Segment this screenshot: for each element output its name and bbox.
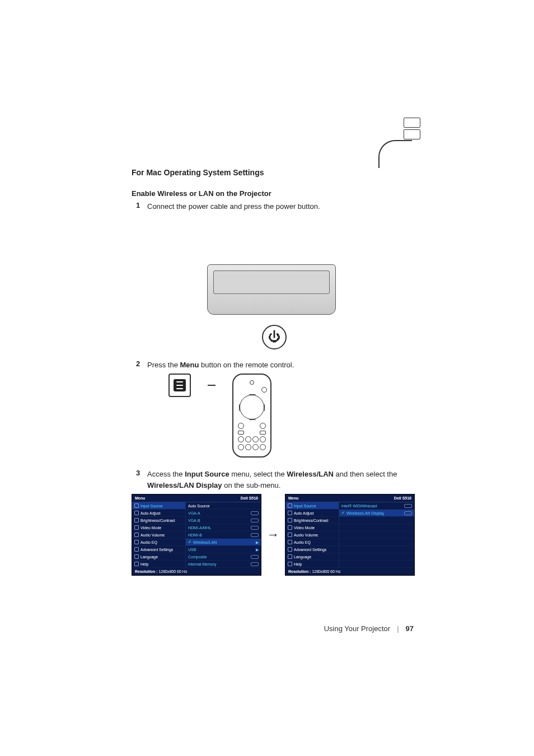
eq-icon (134, 540, 139, 544)
projector-connection-illustration: ⏻ (132, 217, 417, 349)
source-item-empty (339, 546, 414, 553)
menu-item: Brightness/Contrast (132, 517, 185, 524)
check-icon: ✓ (188, 540, 191, 544)
source-item-empty (339, 561, 414, 568)
source-item: USB▶ (186, 546, 261, 553)
page-number: 97 (406, 624, 414, 633)
remote-icon (232, 374, 271, 458)
source-item-selected: ✓Wireless/LAN Display (339, 510, 414, 517)
connector-icon (404, 118, 423, 141)
vga-icon (251, 519, 259, 522)
osd-screenshots: Menu Dell S510 Input Source Auto Adjust … (132, 494, 417, 576)
separator-icon: | (397, 624, 399, 633)
step-3: 3 Access the Input Source menu, select t… (132, 469, 417, 491)
menu-item: Video Mode (285, 524, 339, 531)
source-item: Intel® WiDi/Miracast (339, 502, 414, 510)
power-icon: ⏻ (262, 325, 287, 349)
menu-item: Language (285, 553, 339, 561)
brightness-icon (134, 518, 139, 522)
hdmi-icon (251, 533, 259, 537)
check-icon: ✓ (341, 511, 345, 515)
menu-item: Audio EQ (285, 539, 339, 546)
osd-model: Dell S510 (241, 496, 258, 500)
osd-menu-input-source: Menu Dell S510 Input Source Auto Adjust … (132, 494, 261, 576)
language-icon (288, 554, 292, 559)
osd-footer: Resolution : 1280x800 60 Hz (132, 568, 261, 575)
arrow-right-icon: → (267, 528, 279, 542)
menu-item: Brightness/Contrast (285, 517, 339, 524)
source-icon (288, 503, 292, 508)
source-icon (134, 503, 139, 508)
source-item-empty (339, 539, 414, 546)
lan-icon (404, 511, 412, 515)
settings-icon (288, 547, 292, 552)
menu-item: Advanced Settings (132, 546, 185, 553)
menu-item: Help (132, 561, 185, 568)
help-icon (134, 562, 139, 566)
osd-model: Dell S510 (394, 496, 411, 500)
source-item-empty (339, 553, 414, 561)
menu-item: Audio Volume (132, 531, 185, 539)
source-item-empty (339, 517, 414, 524)
source-item-selected: ✓Wireless/LAN▶ (186, 539, 261, 546)
source-item: Internal Memory (186, 561, 261, 568)
source-header: Auto Source (186, 502, 261, 510)
menu-item: Input Source (285, 502, 339, 510)
menu-item: Video Mode (132, 524, 185, 531)
settings-icon (134, 547, 139, 552)
menu-item: Auto Adjust (132, 510, 185, 517)
audio-icon (134, 533, 139, 537)
source-item: Composite (186, 553, 261, 561)
arrow-right-icon: ▶ (256, 548, 259, 552)
step-text: Access the Input Source menu, select the… (147, 469, 417, 491)
menu-item: Advanced Settings (285, 546, 339, 553)
source-item: VGA-A (186, 510, 261, 517)
hdmi-icon (251, 526, 259, 530)
step-number: 3 (132, 469, 147, 477)
step-number: 2 (132, 360, 147, 368)
subsection-title: Enable Wireless or LAN on the Projector (132, 189, 417, 198)
source-item-empty (339, 531, 414, 539)
osd-menu-wireless-lan: Menu Dell S510 Input Source Auto Adjust … (285, 494, 415, 576)
step-text: Connect the power cable and press the po… (147, 201, 417, 212)
language-icon (134, 554, 139, 559)
menu-item: Audio EQ (132, 539, 185, 546)
source-item: HDMI-B (186, 531, 261, 539)
eq-icon (288, 540, 292, 544)
audio-icon (288, 533, 292, 537)
chapter-title: Using Your Projector (324, 624, 391, 633)
memory-icon (251, 562, 259, 566)
menu-item: Input Source (132, 502, 185, 510)
step-2: 2 Press the Menu button on the remote co… (132, 360, 417, 371)
adjust-icon (134, 511, 139, 515)
source-item-empty (339, 524, 414, 531)
source-item: HDMI-A/MHL (186, 524, 261, 531)
menu-item: Audio Volume (285, 531, 339, 539)
menu-button-callout (168, 374, 191, 397)
menu-item: Help (285, 561, 339, 568)
vga-icon (251, 511, 259, 515)
composite-icon (251, 555, 259, 559)
arrow-right-icon: ▶ (256, 540, 259, 544)
adjust-icon (288, 511, 292, 515)
video-icon (288, 525, 292, 530)
menu-icon (174, 379, 186, 391)
help-icon (288, 562, 292, 566)
page-footer: Using Your Projector | 97 (324, 624, 414, 633)
brightness-icon (288, 518, 292, 522)
osd-footer: Resolution : 1280x800 60 Hz (285, 568, 414, 575)
step-number: 1 (132, 201, 147, 209)
step-text: Press the Menu button on the remote cont… (147, 360, 417, 371)
projector-icon (207, 264, 336, 315)
video-icon (134, 525, 139, 530)
osd-title: Menu (135, 496, 145, 500)
remote-control-illustration (168, 374, 417, 458)
widi-icon (404, 504, 412, 508)
source-item: VGA-B (186, 517, 261, 524)
section-title: For Mac Operating System Settings (132, 168, 417, 177)
step-1: 1 Connect the power cable and press the … (132, 201, 417, 212)
osd-title: Menu (288, 496, 298, 500)
menu-item: Auto Adjust (285, 510, 339, 517)
menu-item: Language (132, 553, 185, 561)
